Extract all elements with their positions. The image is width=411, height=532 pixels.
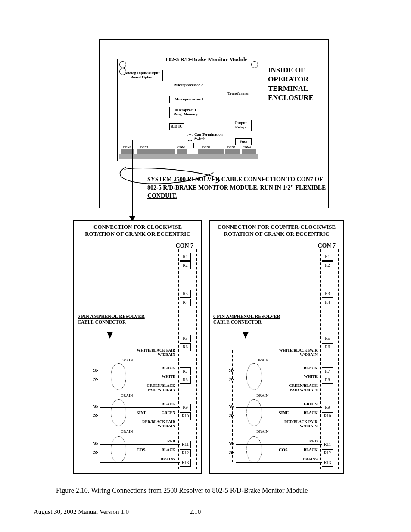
pin-r4: R4 — [180, 299, 191, 306]
pin-r8: R8 — [180, 376, 191, 384]
con4-label: CON4 — [243, 146, 251, 149]
pin-r7: R7 — [322, 367, 333, 375]
red-label: RED — [154, 439, 175, 443]
cable-drop-icon — [132, 140, 133, 218]
pin-r5: R5 — [180, 335, 191, 342]
pin-r10: R10 — [322, 412, 333, 420]
wire-icon — [236, 462, 322, 463]
twist-icon — [246, 399, 262, 426]
drain-label: DRAIN — [121, 358, 133, 362]
chevron-icon: ≫ — [93, 376, 97, 383]
pin-r4: R4 — [322, 299, 333, 306]
pin-r2: R2 — [322, 261, 333, 269]
chevron-icon: ≫ — [229, 412, 233, 419]
con1-label: CON1 — [177, 146, 186, 149]
black-label: BLACK — [154, 448, 175, 452]
twist-icon — [246, 436, 262, 463]
pin-r9: R9 — [322, 404, 333, 411]
con7-block — [137, 149, 175, 154]
pair3-label: RED/BLACK PAIR W/DRAIN — [137, 420, 175, 429]
module-board: 802-5 R/D-Brake Monitor Module Analog In… — [117, 59, 260, 161]
cos-label: COS — [137, 448, 146, 452]
figure-caption: Figure 2.10. Wiring Connections from 250… — [56, 487, 308, 495]
pin-r7: R7 — [180, 367, 191, 375]
ccw-title-l1: CONNECTION FOR COUNTER-CLOCKWISE — [210, 224, 343, 230]
drain-label: DRAIN — [256, 393, 269, 398]
enclosure-box: INSIDE OF OPERATOR TERMINAL ENCLOSURE 80… — [99, 39, 329, 208]
drain-label: DRAIN — [256, 429, 269, 434]
pin-r1: R1 — [322, 253, 333, 261]
drains-label: DRAINS — [154, 457, 175, 461]
chevron-icon: ≫ — [93, 367, 97, 374]
pair3-label: RED/BLACK PAIR W/DRAIN — [279, 420, 318, 429]
dash-icon — [121, 90, 162, 90]
con1-block — [177, 149, 187, 154]
con2-block — [198, 149, 224, 154]
twist-icon — [246, 363, 262, 390]
con5-block — [225, 149, 240, 154]
aio-box: Analog Input/Output Board Option — [121, 70, 163, 81]
green-label: GREEN — [154, 411, 175, 415]
chevron-icon: ≫ — [229, 441, 233, 447]
pin-r6: R6 — [180, 343, 191, 351]
ccw-connector-label: 6 PIN AMPHENOL RESOLVER CABLE CONNECTOR — [213, 314, 291, 325]
ccw-title: CONNECTION FOR COUNTER-CLOCKWISE ROTATIO… — [210, 224, 343, 237]
sine-label: SINE — [279, 411, 289, 415]
pair2-label: GREEN/BLACK PAIR W/DRAIN — [137, 384, 175, 392]
white-label: WHITE — [296, 374, 318, 379]
green-label: GREEN — [296, 402, 318, 406]
arrow-down-icon — [107, 332, 113, 339]
ccw-con7: CON 7 — [318, 243, 336, 249]
twist-icon — [111, 399, 126, 426]
footer-date: August 30, 2002 Manual Version 1.0 — [34, 508, 129, 516]
pin-r13: R13 — [322, 459, 333, 467]
mp1mem-box: Microproc. 1 Prog. Memory — [169, 107, 202, 118]
page: INSIDE OF OPERATOR TERMINAL ENCLOSURE 80… — [0, 0, 411, 532]
cw-con7: CON 7 — [175, 243, 193, 249]
chevron-icon: ≫ — [229, 404, 233, 410]
con2-label: CON2 — [202, 146, 210, 149]
drain-label: DRAIN — [121, 393, 133, 398]
pin-r11: R11 — [322, 441, 333, 448]
wire-icon — [100, 462, 180, 463]
rdic-box: R/D IC — [169, 123, 184, 130]
dash-border-icon — [196, 249, 197, 469]
con5-label: CON5 — [227, 146, 235, 149]
dash-border-icon — [338, 249, 339, 469]
twist-icon — [111, 436, 126, 463]
chevron-icon: ≫ — [229, 449, 233, 456]
chevron-icon: ≫ — [93, 412, 97, 419]
cw-connector-label: 6 PIN AMPHENOL RESOLVER CABLE CONNECTOR — [78, 314, 155, 325]
ccw-panel: CONNECTION FOR COUNTER-CLOCKWISE ROTATIO… — [209, 220, 344, 474]
pin-r3: R3 — [322, 290, 333, 298]
pin-r3: R3 — [180, 290, 191, 298]
pin-r5: R5 — [322, 335, 333, 342]
drains-label: DRAINS — [296, 457, 318, 461]
mp2-label: Microprocessor 2 — [169, 83, 208, 87]
black-label: BLACK — [296, 411, 318, 415]
black-label: BLACK — [296, 448, 318, 452]
sine-label: SINE — [137, 411, 146, 415]
pin-r9: R9 — [180, 404, 191, 411]
pin-r13: R13 — [180, 459, 191, 467]
mount-hole-icon — [119, 61, 126, 68]
dash-icon — [121, 102, 162, 102]
instr-underline: SYSTEM 2500 RESOLVER CABLE CONNECTION TO… — [147, 176, 326, 199]
twist-icon — [111, 363, 126, 390]
pin-r2: R2 — [180, 261, 191, 269]
dash-border-icon — [178, 249, 179, 469]
cos-label: COS — [279, 448, 288, 452]
chevron-icon: ≫ — [93, 404, 97, 410]
con8-label: CON8 — [123, 146, 131, 149]
pin-r11: R11 — [180, 441, 191, 448]
pin-r1: R1 — [180, 253, 191, 261]
pair1-label: WHITE/BLACK PAIR W/DRAIN — [137, 348, 175, 357]
pin-r12: R12 — [322, 449, 333, 457]
chevron-icon: ≫ — [93, 449, 97, 456]
pair2-label: GREEN/BLACK PAIR W/DRAIN — [279, 384, 318, 392]
black-label: BLACK — [154, 402, 175, 406]
pin-r12: R12 — [180, 449, 191, 457]
cw-panel: CONNECTION FOR CLOCKWISE ROTATION OF CRA… — [73, 220, 202, 474]
black-label: BLACK — [154, 366, 175, 370]
pin-r10: R10 — [180, 412, 191, 420]
